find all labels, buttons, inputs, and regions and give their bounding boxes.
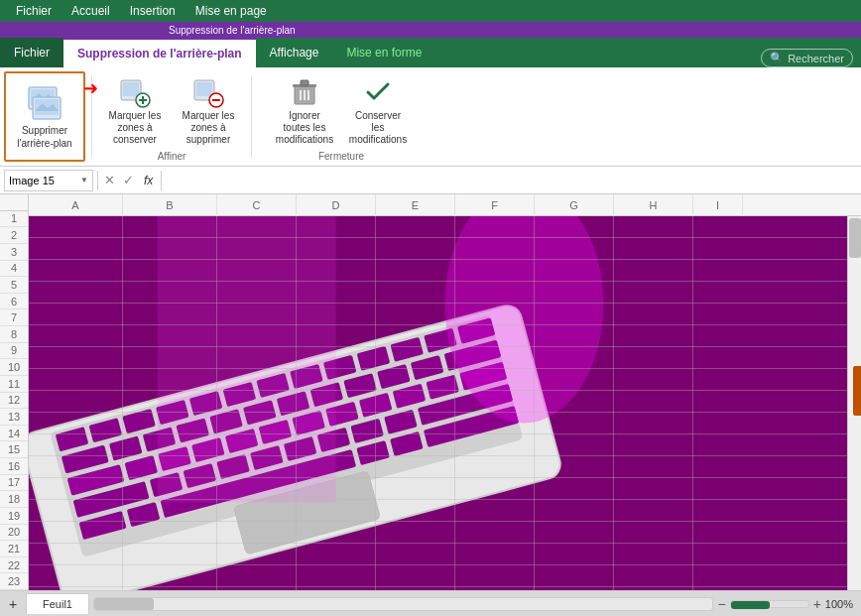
ribbon: Suppression de l'arrière-plan Fichier Su…: [0, 22, 861, 167]
col-header-F[interactable]: F: [455, 194, 535, 216]
sheet-tab-1[interactable]: Feuil1: [26, 593, 89, 614]
conserver-icon: [362, 76, 394, 108]
supprimer-arriere-plan-button[interactable]: Supprimer l'arrière-plan: [4, 71, 85, 162]
row-header-12: 12: [0, 393, 28, 410]
row-header-14: 14: [0, 426, 28, 442]
name-box-dropdown[interactable]: ▼: [80, 176, 88, 185]
svg-rect-12: [196, 82, 212, 96]
right-edge-tab: [853, 366, 861, 416]
row-header-7: 7: [0, 309, 28, 326]
search-area: 🔍 Rechercher: [761, 49, 853, 67]
marquer-conserver-button[interactable]: Marquer les zones à conserver: [101, 73, 169, 149]
zoom-out-button[interactable]: −: [717, 596, 725, 612]
search-icon: 🔍: [770, 52, 784, 64]
marquer-conserver-icon: [119, 76, 151, 108]
row-header-18: 18: [0, 491, 28, 508]
zoom-level: 100%: [825, 598, 853, 610]
add-sheet-button[interactable]: +: [0, 591, 26, 617]
scrollbar-thumb[interactable]: [849, 218, 861, 258]
h-scrollbar-thumb[interactable]: [94, 598, 154, 610]
group-affiner: Marquer les zones à conserver: [92, 67, 251, 166]
row-header-15: 15: [0, 441, 28, 458]
background-image: [29, 216, 861, 590]
row-header-21: 21: [0, 541, 28, 557]
conserver-label: Conserver les modifications: [348, 110, 408, 146]
col-header-G[interactable]: G: [535, 194, 614, 216]
supprimer-icon: [23, 83, 66, 123]
confirm-formula-button[interactable]: ✓: [121, 173, 136, 187]
marquer-supprimer-icon: [192, 76, 224, 108]
sheet-tabs-bar: + Feuil1 − + 100%: [0, 590, 861, 616]
marquer-supprimer-label: Marquer les zones à supprimer: [177, 110, 240, 146]
row-header-2: 2: [0, 227, 28, 244]
tab-mise-en-forme[interactable]: Mise en forme: [332, 38, 435, 67]
ignorer-button[interactable]: Ignorer toutes les modifications: [271, 73, 338, 149]
row-header-9: 9: [0, 343, 28, 360]
row-header-19: 19: [0, 508, 28, 525]
tab-suppression[interactable]: Suppression de l'arrière-plan: [63, 38, 256, 67]
svg-rect-79: [158, 216, 336, 502]
row-header-6: 6: [0, 294, 28, 310]
col-headers: A B C D E F G H I: [29, 194, 861, 216]
row-header-16: 16: [0, 458, 28, 475]
formula-divider-1: [97, 171, 98, 190]
row-header-5: 5: [0, 277, 28, 294]
ribbon-tabs-row: Fichier Suppression de l'arrière-plan Af…: [0, 38, 861, 67]
menu-bar: Fichier Accueil Insertion Mise en page: [0, 0, 861, 22]
red-arrow: ➜: [83, 79, 98, 97]
function-button[interactable]: fx: [140, 174, 157, 187]
tab-fichier[interactable]: Fichier: [0, 38, 63, 67]
group-affiner-label: Affiner: [158, 149, 186, 166]
horizontal-scrollbar[interactable]: [93, 597, 714, 611]
row-header-22: 22: [0, 557, 28, 574]
col-header-E[interactable]: E: [376, 194, 455, 216]
marquer-supprimer-button[interactable]: Marquer les zones à supprimer: [175, 73, 242, 149]
row-header-1: 1: [0, 211, 28, 228]
row-header-23: 23: [0, 573, 28, 590]
grid-content[interactable]: [29, 216, 861, 590]
svg-rect-7: [123, 82, 139, 96]
menu-fichier[interactable]: Fichier: [8, 2, 60, 20]
grid-area: A B C D E F G H I: [29, 194, 861, 590]
conserver-button[interactable]: Conserver les modifications: [344, 73, 412, 149]
tab-affichage[interactable]: Affichage: [256, 38, 333, 67]
row-header-17: 17: [0, 475, 28, 492]
ribbon-content: Supprimer l'arrière-plan ➜: [0, 67, 861, 166]
affiner-buttons: Marquer les zones à conserver: [101, 67, 242, 149]
zoom-slider[interactable]: [730, 600, 809, 608]
col-header-I[interactable]: I: [693, 194, 743, 216]
group-fermeture: Ignorer toutes les modifications Conserv…: [252, 67, 430, 166]
row-header-10: 10: [0, 359, 28, 376]
menu-insertion[interactable]: Insertion: [122, 2, 184, 20]
col-header-H[interactable]: H: [614, 194, 693, 216]
zoom-in-button[interactable]: +: [813, 596, 821, 612]
spreadsheet-area: 1 2 3 4 5 6 7 8 9 10 11 12 13 14 15 16 1…: [0, 194, 861, 590]
corner-header: [0, 194, 28, 211]
search-box[interactable]: 🔍 Rechercher: [761, 49, 853, 67]
menu-accueil[interactable]: Accueil: [63, 2, 118, 20]
supprimer-label: Supprimer l'arrière-plan: [17, 124, 71, 150]
ignorer-icon: [289, 76, 320, 108]
row-header-8: 8: [0, 326, 28, 343]
cancel-formula-button[interactable]: ✕: [102, 173, 117, 187]
zoom-fill: [731, 601, 770, 609]
row-header-13: 13: [0, 409, 28, 426]
menu-mise-en-page[interactable]: Mise en page: [187, 2, 275, 20]
col-header-A[interactable]: A: [29, 194, 123, 216]
group-fermeture-label: Fermeture: [318, 149, 364, 166]
col-header-C[interactable]: C: [217, 194, 297, 216]
formula-bar: Image 15 ▼ ✕ ✓ fx: [0, 167, 861, 194]
name-box[interactable]: Image 15 ▼: [4, 170, 93, 191]
fermeture-buttons: Ignorer toutes les modifications Conserv…: [271, 67, 412, 149]
marquer-conserver-label: Marquer les zones à conserver: [103, 110, 167, 146]
zoom-controls: − + 100%: [717, 596, 853, 612]
row-headers: 1 2 3 4 5 6 7 8 9 10 11 12 13 14 15 16 1…: [0, 194, 29, 590]
formula-divider-2: [161, 171, 162, 190]
col-header-D[interactable]: D: [297, 194, 376, 216]
context-tab-header: Suppression de l'arrière-plan: [0, 22, 861, 38]
ignorer-label: Ignorer toutes les modifications: [275, 110, 334, 146]
row-header-11: 11: [0, 376, 28, 393]
col-header-B[interactable]: B: [123, 194, 217, 216]
svg-rect-17: [301, 80, 308, 85]
row-header-4: 4: [0, 261, 28, 278]
